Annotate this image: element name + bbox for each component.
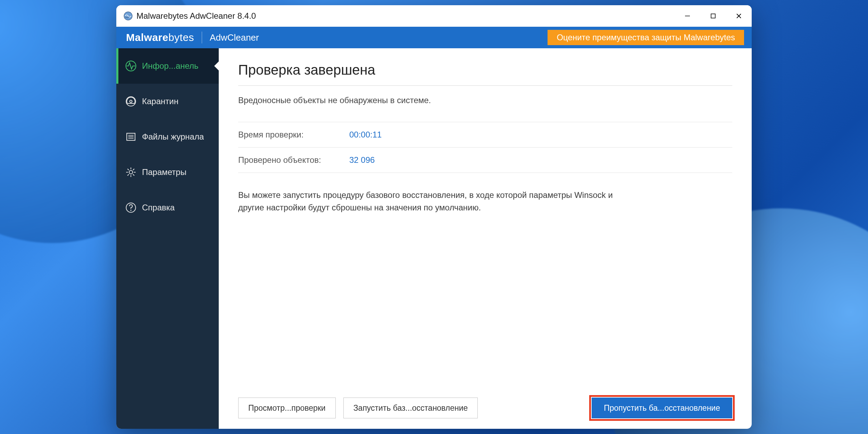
sidebar-item-label: Справка	[142, 203, 175, 212]
logo-bold: Malware	[126, 32, 168, 43]
maximize-button[interactable]	[700, 5, 726, 27]
svg-point-7	[130, 100, 132, 103]
window-controls	[675, 5, 752, 27]
sidebar-item-dashboard[interactable]: Инфор...анель	[116, 48, 219, 84]
close-button[interactable]	[726, 5, 752, 27]
svg-point-22	[130, 210, 131, 211]
product-name: AdwCleaner	[210, 32, 259, 43]
svg-rect-2	[711, 14, 715, 18]
sidebar-item-label: Карантин	[142, 97, 178, 106]
quarantine-icon	[124, 94, 138, 108]
stat-row-items-scanned: Проверено объектов: 32 096	[238, 148, 732, 173]
app-window: Malwarebytes AdwCleaner 8.4.0 Malwarebyt…	[116, 5, 752, 429]
stat-value-scan-time: 00:00:11	[349, 130, 382, 140]
svg-line-18	[133, 174, 134, 176]
main-content: Проверка завершена Вредоносные объекты н…	[219, 48, 752, 429]
sidebar-item-quarantine[interactable]: Карантин	[116, 84, 219, 119]
header-divider	[202, 32, 202, 43]
brand-logo: Malwarebytes	[126, 32, 194, 43]
result-subtitle: Вредоносные объекты не обнаружены в сист…	[238, 95, 732, 105]
footer-buttons: Просмотр...проверки Запустить баз...осст…	[238, 391, 732, 418]
sidebar-item-logfiles[interactable]: Файлы журнала	[116, 119, 219, 155]
dashboard-icon	[124, 59, 138, 73]
svg-line-20	[127, 174, 129, 176]
log-files-icon	[124, 130, 138, 144]
window-title: Malwarebytes AdwCleaner 8.4.0	[136, 11, 256, 21]
page-title: Проверка завершена	[238, 62, 732, 86]
stat-label: Проверено объектов:	[238, 155, 349, 165]
stat-label: Время проверки:	[238, 130, 349, 140]
repair-description: Вы можете запустить процедуру базового в…	[238, 189, 634, 214]
titlebar[interactable]: Malwarebytes AdwCleaner 8.4.0	[116, 5, 752, 27]
skip-basic-repair-button[interactable]: Пропустить ба...осстановление	[592, 398, 732, 418]
app-header: Malwarebytes AdwCleaner Оцените преимуще…	[116, 27, 752, 48]
sidebar-item-label: Инфор...анель	[142, 61, 199, 71]
svg-line-17	[127, 169, 129, 170]
svg-line-19	[133, 169, 134, 170]
logo-thin: bytes	[168, 32, 194, 43]
help-icon	[124, 201, 138, 215]
app-body: Инфор...анель Карантин Файлы журнала Пар…	[116, 48, 752, 429]
promo-button[interactable]: Оцените преимущества защиты Malwarebytes	[548, 30, 744, 45]
sidebar-item-help[interactable]: Справка	[116, 190, 219, 225]
stat-value-items-scanned: 32 096	[349, 155, 375, 165]
run-basic-repair-button[interactable]: Запустить баз...осстановление	[343, 398, 478, 418]
sidebar-item-label: Параметры	[142, 167, 186, 177]
sidebar: Инфор...анель Карантин Файлы журнала Пар…	[116, 48, 219, 429]
settings-icon	[124, 165, 138, 179]
view-report-button[interactable]: Просмотр...проверки	[238, 398, 336, 418]
sidebar-item-label: Файлы журнала	[142, 132, 204, 142]
app-icon	[123, 11, 133, 21]
svg-point-6	[126, 97, 135, 106]
stat-row-scan-time: Время проверки: 00:00:11	[238, 122, 732, 148]
svg-point-12	[129, 170, 133, 174]
sidebar-item-settings[interactable]: Параметры	[116, 155, 219, 190]
minimize-button[interactable]	[675, 5, 700, 27]
